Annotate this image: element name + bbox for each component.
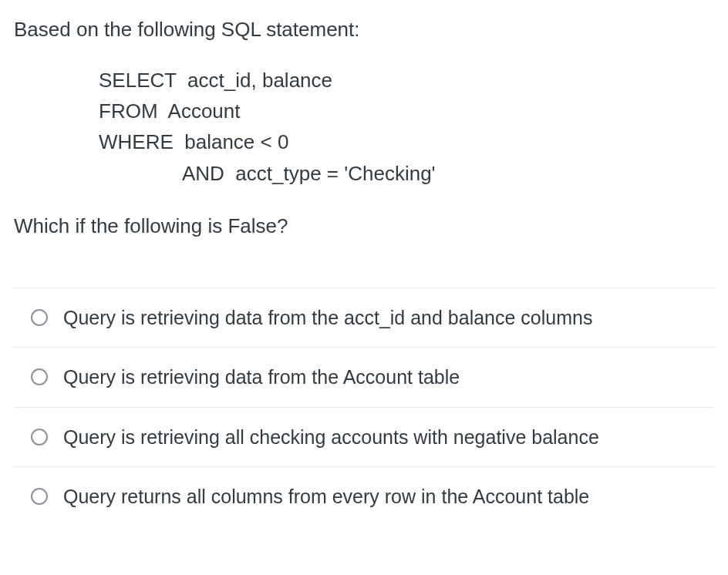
sql-line-2: FROM Account — [99, 96, 714, 126]
question-prompt: Which if the following is False? — [14, 212, 714, 241]
radio-icon — [31, 309, 48, 326]
question-container: Based on the following SQL statement: SE… — [0, 0, 728, 540]
option-1[interactable]: Query is retrieving data from the acct_i… — [14, 288, 714, 348]
question-intro: Based on the following SQL statement: — [14, 15, 714, 45]
sql-line-1: SELECT acct_id, balance — [99, 65, 714, 96]
option-label: Query returns all columns from every row… — [63, 484, 589, 509]
option-3[interactable]: Query is retrieving all checking account… — [14, 407, 714, 467]
radio-icon — [31, 429, 48, 446]
options-list: Query is retrieving data from the acct_i… — [14, 288, 714, 517]
option-label: Query is retrieving data from the acct_i… — [63, 305, 592, 331]
sql-line-3: WHERE balance < 0 — [99, 126, 714, 157]
option-label: Query is retrieving data from the Accoun… — [63, 365, 460, 390]
option-4[interactable]: Query returns all columns from every row… — [14, 466, 714, 517]
sql-line-4: AND acct_type = 'Checking' — [182, 158, 714, 189]
sql-statement: SELECT acct_id, balance FROM Account WHE… — [99, 65, 714, 189]
option-2[interactable]: Query is retrieving data from the Accoun… — [14, 347, 714, 407]
radio-icon — [31, 368, 48, 385]
option-label: Query is retrieving all checking account… — [63, 425, 599, 450]
radio-icon — [31, 488, 48, 505]
